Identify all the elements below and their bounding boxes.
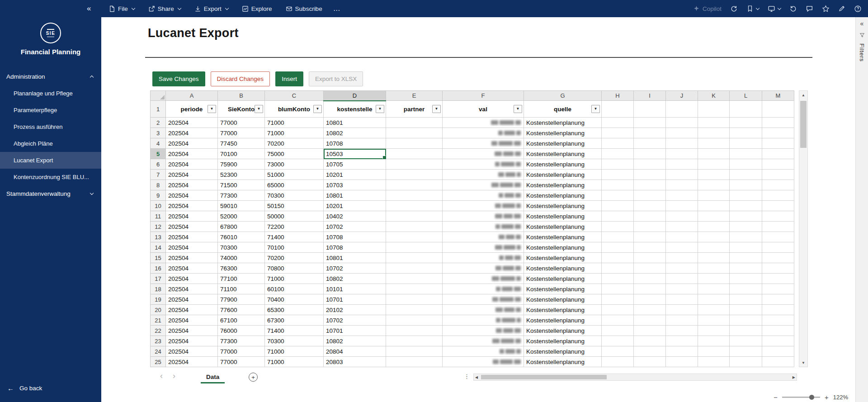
sheet-nav-left-button[interactable]: ‹	[160, 371, 163, 381]
cell-D19[interactable]: 10701	[324, 294, 386, 305]
cell-E6[interactable]	[386, 159, 443, 170]
row-header-25[interactable]: 25	[151, 357, 166, 367]
cell-C2[interactable]: 71000	[265, 118, 324, 128]
cell-K18[interactable]	[698, 284, 730, 294]
cell-D22[interactable]: 10701	[324, 326, 386, 336]
menu-explore[interactable]: Explore	[242, 5, 272, 12]
cell-D2[interactable]: 10801	[324, 118, 386, 128]
cell-J4[interactable]	[666, 138, 698, 149]
cell-G7[interactable]: Kostenstellenplanung	[524, 170, 602, 180]
row-header-19[interactable]: 19	[151, 294, 166, 305]
cell-A4[interactable]: 202504	[166, 138, 218, 149]
cell-H13[interactable]	[602, 232, 634, 242]
cell-J25[interactable]	[666, 357, 698, 367]
cell-C4[interactable]: 70200	[265, 138, 324, 149]
cell-K17[interactable]	[698, 274, 730, 284]
cell-H8[interactable]	[602, 180, 634, 190]
cell-C11[interactable]: 50000	[265, 211, 324, 222]
sheet-nav-right-button[interactable]: ›	[173, 371, 175, 381]
cell-K25[interactable]	[698, 357, 730, 367]
cell-M4[interactable]	[762, 138, 794, 149]
cell-J11[interactable]	[666, 211, 698, 222]
row-header-12[interactable]: 12	[151, 222, 166, 232]
nav-collapse-icon[interactable]: «	[87, 4, 91, 13]
row-header-14[interactable]: 14	[151, 242, 166, 253]
cell-K16[interactable]	[698, 263, 730, 274]
cell-E11[interactable]	[386, 211, 443, 222]
sheet-tab-data[interactable]: Data	[201, 371, 225, 383]
cell-C24[interactable]: 71000	[265, 346, 324, 357]
cell-G25[interactable]: Kostenstellenplanung	[524, 357, 602, 367]
cell-G13[interactable]: Kostenstellenplanung	[524, 232, 602, 242]
copilot-button[interactable]: Copilot	[693, 5, 722, 12]
filter-quelle-button[interactable]: ▼	[591, 105, 600, 113]
cell-G1[interactable]: quelle▼	[524, 101, 602, 118]
cell-D16[interactable]: 10702	[324, 263, 386, 274]
row-header-9[interactable]: 9	[151, 190, 166, 201]
cell-L9[interactable]	[730, 190, 762, 201]
cell-B5[interactable]: 70100	[218, 149, 265, 159]
cell-H24[interactable]	[602, 346, 634, 357]
cell-F13[interactable]	[443, 232, 524, 242]
column-header-A[interactable]: A	[166, 91, 218, 101]
cell-A17[interactable]: 202504	[166, 274, 218, 284]
cell-I22[interactable]	[634, 326, 666, 336]
cell-M5[interactable]	[762, 149, 794, 159]
cell-H4[interactable]	[602, 138, 634, 149]
horizontal-scroll-thumb[interactable]	[481, 375, 607, 379]
cell-G2[interactable]: Kostenstellenplanung	[524, 118, 602, 128]
cell-L5[interactable]	[730, 149, 762, 159]
cell-G17[interactable]: Kostenstellenplanung	[524, 274, 602, 284]
cell-E14[interactable]	[386, 242, 443, 253]
cell-B3[interactable]: 77000	[218, 128, 265, 138]
cell-J10[interactable]	[666, 201, 698, 211]
star-icon[interactable]	[822, 5, 830, 13]
cell-C17[interactable]: 71000	[265, 274, 324, 284]
column-header-G[interactable]: G	[524, 91, 602, 101]
cell-L8[interactable]	[730, 180, 762, 190]
cell-K1[interactable]	[698, 101, 730, 118]
cell-B20[interactable]: 77600	[218, 305, 265, 315]
cell-H14[interactable]	[602, 242, 634, 253]
cell-H15[interactable]	[602, 253, 634, 263]
cell-H1[interactable]	[602, 101, 634, 118]
cell-E19[interactable]	[386, 294, 443, 305]
cell-I11[interactable]	[634, 211, 666, 222]
cell-H6[interactable]	[602, 159, 634, 170]
cell-K23[interactable]	[698, 336, 730, 346]
cell-I21[interactable]	[634, 315, 666, 326]
cell-I7[interactable]	[634, 170, 666, 180]
cell-D1[interactable]: kostenstelle▼	[324, 101, 386, 118]
cell-I24[interactable]	[634, 346, 666, 357]
cell-E21[interactable]	[386, 315, 443, 326]
cell-J15[interactable]	[666, 253, 698, 263]
cell-G8[interactable]: Kostenstellenplanung	[524, 180, 602, 190]
row-header-18[interactable]: 18	[151, 284, 166, 294]
cell-K21[interactable]	[698, 315, 730, 326]
menu-share[interactable]: Share	[148, 5, 181, 12]
cell-M16[interactable]	[762, 263, 794, 274]
cell-C1[interactable]: blumKonto▼	[265, 101, 324, 118]
row-header-8[interactable]: 8	[151, 180, 166, 190]
cell-G11[interactable]: Kostenstellenplanung	[524, 211, 602, 222]
cell-M23[interactable]	[762, 336, 794, 346]
cell-F8[interactable]	[443, 180, 524, 190]
cell-I19[interactable]	[634, 294, 666, 305]
comment-icon[interactable]	[806, 5, 813, 13]
cell-F12[interactable]	[443, 222, 524, 232]
cell-E1[interactable]: partner▼	[386, 101, 443, 118]
cell-G4[interactable]: Kostenstellenplanung	[524, 138, 602, 149]
cell-L17[interactable]	[730, 274, 762, 284]
filter-periode-button[interactable]: ▼	[208, 105, 216, 113]
cell-G3[interactable]: Kostenstellenplanung	[524, 128, 602, 138]
cell-A2[interactable]: 202504	[166, 118, 218, 128]
cell-J13[interactable]	[666, 232, 698, 242]
cell-A24[interactable]: 202504	[166, 346, 218, 357]
scroll-up-button[interactable]: ▲	[799, 91, 807, 99]
cell-H11[interactable]	[602, 211, 634, 222]
cell-K3[interactable]	[698, 128, 730, 138]
column-header-C[interactable]: C	[265, 91, 324, 101]
cell-F25[interactable]	[443, 357, 524, 367]
cell-A11[interactable]: 202504	[166, 211, 218, 222]
cell-M22[interactable]	[762, 326, 794, 336]
